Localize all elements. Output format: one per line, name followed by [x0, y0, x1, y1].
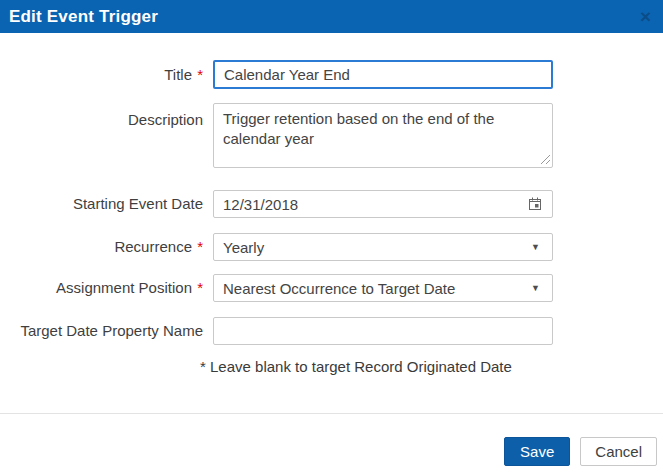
target-date-property-row: Target Date Property Name [0, 317, 663, 345]
starting-event-date-value[interactable]: 12/31/2018 [214, 196, 518, 213]
dialog-title: Edit Event Trigger [9, 7, 158, 27]
chevron-down-icon: ▼ [531, 284, 552, 293]
starting-event-date-row: Starting Event Date 12/31/2018 [0, 190, 663, 218]
recurrence-selected-value: Yearly [214, 239, 531, 256]
resize-handle-icon[interactable] [540, 154, 550, 164]
assignment-position-selected-value: Nearest Occurrence to Target Date [214, 280, 531, 297]
assignment-position-select[interactable]: Nearest Occurrence to Target Date ▼ [213, 274, 553, 302]
dialog-footer: Save Cancel [0, 413, 663, 466]
title-row: Title * [0, 60, 663, 89]
assignment-position-row: Assignment Position * Nearest Occurrence… [0, 274, 663, 302]
save-button[interactable]: Save [504, 437, 570, 466]
edit-event-trigger-dialog: Edit Event Trigger × Title * Description… [0, 0, 663, 474]
target-date-property-label: Target Date Property Name [0, 322, 213, 340]
target-date-property-input[interactable] [213, 317, 553, 345]
description-label: Description [0, 103, 213, 129]
recurrence-select[interactable]: Yearly ▼ [213, 233, 553, 261]
calendar-icon[interactable] [518, 196, 552, 212]
recurrence-label: Recurrence * [0, 238, 213, 256]
starting-event-date-label: Starting Event Date [0, 195, 213, 213]
title-input[interactable] [213, 60, 553, 89]
event-trigger-form: Title * Description Trigger retention ba… [0, 33, 663, 376]
required-asterisk: * [197, 279, 203, 296]
close-icon[interactable]: × [640, 7, 651, 26]
description-textarea[interactable]: Trigger retention based on the end of th… [213, 103, 553, 168]
helper-note: * Leave blank to target Record Originate… [200, 358, 663, 376]
starting-event-date-input[interactable]: 12/31/2018 [213, 190, 553, 218]
assignment-position-label: Assignment Position * [0, 279, 213, 297]
title-label: Title * [0, 66, 213, 84]
description-row: Description Trigger retention based on t… [0, 103, 663, 168]
dialog-titlebar: Edit Event Trigger × [0, 0, 663, 33]
required-asterisk: * [197, 66, 203, 83]
cancel-button[interactable]: Cancel [580, 437, 657, 466]
chevron-down-icon: ▼ [531, 243, 552, 252]
required-asterisk: * [197, 238, 203, 255]
recurrence-row: Recurrence * Yearly ▼ [0, 233, 663, 261]
